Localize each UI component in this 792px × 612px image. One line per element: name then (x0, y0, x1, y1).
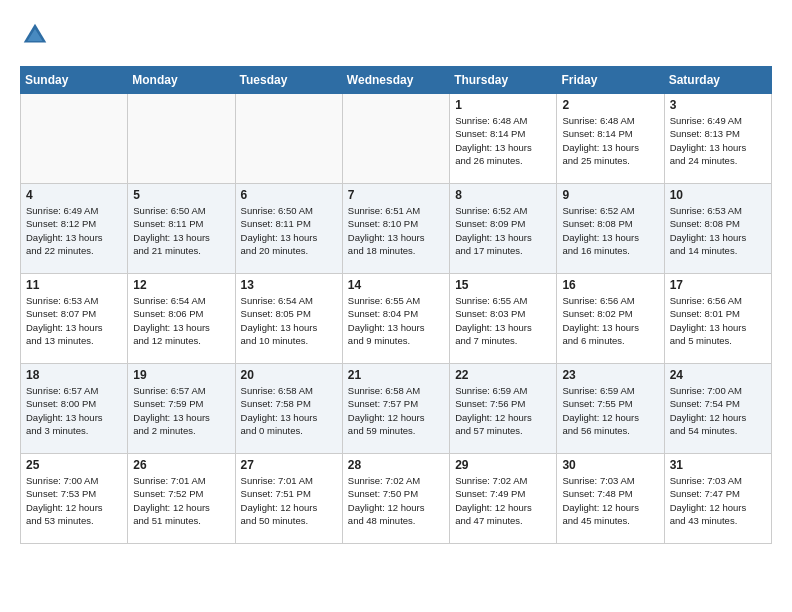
day-number: 24 (670, 368, 766, 382)
col-header-sunday: Sunday (21, 67, 128, 94)
day-number: 14 (348, 278, 444, 292)
calendar-cell: 31Sunrise: 7:03 AM Sunset: 7:47 PM Dayli… (664, 454, 771, 544)
calendar-cell: 24Sunrise: 7:00 AM Sunset: 7:54 PM Dayli… (664, 364, 771, 454)
calendar-cell: 25Sunrise: 7:00 AM Sunset: 7:53 PM Dayli… (21, 454, 128, 544)
day-info: Sunrise: 7:00 AM Sunset: 7:54 PM Dayligh… (670, 384, 766, 437)
logo-icon (20, 20, 50, 50)
day-info: Sunrise: 7:02 AM Sunset: 7:49 PM Dayligh… (455, 474, 551, 527)
day-info: Sunrise: 7:02 AM Sunset: 7:50 PM Dayligh… (348, 474, 444, 527)
calendar-cell: 27Sunrise: 7:01 AM Sunset: 7:51 PM Dayli… (235, 454, 342, 544)
day-info: Sunrise: 6:49 AM Sunset: 8:13 PM Dayligh… (670, 114, 766, 167)
day-info: Sunrise: 6:55 AM Sunset: 8:03 PM Dayligh… (455, 294, 551, 347)
day-number: 12 (133, 278, 229, 292)
day-info: Sunrise: 7:01 AM Sunset: 7:52 PM Dayligh… (133, 474, 229, 527)
day-number: 8 (455, 188, 551, 202)
calendar-cell: 5Sunrise: 6:50 AM Sunset: 8:11 PM Daylig… (128, 184, 235, 274)
calendar-cell (342, 94, 449, 184)
calendar-cell: 11Sunrise: 6:53 AM Sunset: 8:07 PM Dayli… (21, 274, 128, 364)
day-info: Sunrise: 6:56 AM Sunset: 8:02 PM Dayligh… (562, 294, 658, 347)
day-info: Sunrise: 6:57 AM Sunset: 7:59 PM Dayligh… (133, 384, 229, 437)
day-number: 27 (241, 458, 337, 472)
calendar-cell: 29Sunrise: 7:02 AM Sunset: 7:49 PM Dayli… (450, 454, 557, 544)
calendar-cell: 7Sunrise: 6:51 AM Sunset: 8:10 PM Daylig… (342, 184, 449, 274)
calendar-cell: 26Sunrise: 7:01 AM Sunset: 7:52 PM Dayli… (128, 454, 235, 544)
day-number: 2 (562, 98, 658, 112)
day-number: 28 (348, 458, 444, 472)
calendar-cell: 13Sunrise: 6:54 AM Sunset: 8:05 PM Dayli… (235, 274, 342, 364)
calendar-cell: 6Sunrise: 6:50 AM Sunset: 8:11 PM Daylig… (235, 184, 342, 274)
calendar-cell: 23Sunrise: 6:59 AM Sunset: 7:55 PM Dayli… (557, 364, 664, 454)
day-number: 5 (133, 188, 229, 202)
day-info: Sunrise: 6:59 AM Sunset: 7:55 PM Dayligh… (562, 384, 658, 437)
day-number: 23 (562, 368, 658, 382)
calendar-cell: 2Sunrise: 6:48 AM Sunset: 8:14 PM Daylig… (557, 94, 664, 184)
day-number: 6 (241, 188, 337, 202)
calendar-cell: 8Sunrise: 6:52 AM Sunset: 8:09 PM Daylig… (450, 184, 557, 274)
calendar-cell: 14Sunrise: 6:55 AM Sunset: 8:04 PM Dayli… (342, 274, 449, 364)
logo (20, 20, 54, 50)
calendar-cell: 21Sunrise: 6:58 AM Sunset: 7:57 PM Dayli… (342, 364, 449, 454)
col-header-tuesday: Tuesday (235, 67, 342, 94)
day-number: 29 (455, 458, 551, 472)
day-number: 18 (26, 368, 122, 382)
day-number: 31 (670, 458, 766, 472)
calendar-cell: 10Sunrise: 6:53 AM Sunset: 8:08 PM Dayli… (664, 184, 771, 274)
day-info: Sunrise: 6:52 AM Sunset: 8:08 PM Dayligh… (562, 204, 658, 257)
calendar-cell (128, 94, 235, 184)
day-info: Sunrise: 6:54 AM Sunset: 8:06 PM Dayligh… (133, 294, 229, 347)
day-number: 22 (455, 368, 551, 382)
day-info: Sunrise: 6:50 AM Sunset: 8:11 PM Dayligh… (133, 204, 229, 257)
col-header-thursday: Thursday (450, 67, 557, 94)
day-number: 21 (348, 368, 444, 382)
day-info: Sunrise: 6:53 AM Sunset: 8:07 PM Dayligh… (26, 294, 122, 347)
calendar-cell (21, 94, 128, 184)
col-header-saturday: Saturday (664, 67, 771, 94)
day-info: Sunrise: 6:49 AM Sunset: 8:12 PM Dayligh… (26, 204, 122, 257)
day-number: 19 (133, 368, 229, 382)
col-header-monday: Monday (128, 67, 235, 94)
calendar-cell: 17Sunrise: 6:56 AM Sunset: 8:01 PM Dayli… (664, 274, 771, 364)
calendar-row-2: 4Sunrise: 6:49 AM Sunset: 8:12 PM Daylig… (21, 184, 772, 274)
day-number: 13 (241, 278, 337, 292)
day-number: 11 (26, 278, 122, 292)
calendar-row-1: 1Sunrise: 6:48 AM Sunset: 8:14 PM Daylig… (21, 94, 772, 184)
day-number: 7 (348, 188, 444, 202)
day-info: Sunrise: 6:58 AM Sunset: 7:58 PM Dayligh… (241, 384, 337, 437)
day-number: 9 (562, 188, 658, 202)
day-number: 17 (670, 278, 766, 292)
calendar-row-5: 25Sunrise: 7:00 AM Sunset: 7:53 PM Dayli… (21, 454, 772, 544)
calendar-cell (235, 94, 342, 184)
calendar-cell: 4Sunrise: 6:49 AM Sunset: 8:12 PM Daylig… (21, 184, 128, 274)
day-info: Sunrise: 7:03 AM Sunset: 7:47 PM Dayligh… (670, 474, 766, 527)
day-info: Sunrise: 7:01 AM Sunset: 7:51 PM Dayligh… (241, 474, 337, 527)
day-info: Sunrise: 6:57 AM Sunset: 8:00 PM Dayligh… (26, 384, 122, 437)
calendar-header-row: SundayMondayTuesdayWednesdayThursdayFrid… (21, 67, 772, 94)
day-info: Sunrise: 7:00 AM Sunset: 7:53 PM Dayligh… (26, 474, 122, 527)
calendar-cell: 3Sunrise: 6:49 AM Sunset: 8:13 PM Daylig… (664, 94, 771, 184)
day-number: 25 (26, 458, 122, 472)
day-info: Sunrise: 6:51 AM Sunset: 8:10 PM Dayligh… (348, 204, 444, 257)
day-number: 26 (133, 458, 229, 472)
calendar-cell: 28Sunrise: 7:02 AM Sunset: 7:50 PM Dayli… (342, 454, 449, 544)
calendar-row-3: 11Sunrise: 6:53 AM Sunset: 8:07 PM Dayli… (21, 274, 772, 364)
day-info: Sunrise: 6:54 AM Sunset: 8:05 PM Dayligh… (241, 294, 337, 347)
day-number: 1 (455, 98, 551, 112)
day-info: Sunrise: 7:03 AM Sunset: 7:48 PM Dayligh… (562, 474, 658, 527)
calendar-cell: 1Sunrise: 6:48 AM Sunset: 8:14 PM Daylig… (450, 94, 557, 184)
calendar-cell: 18Sunrise: 6:57 AM Sunset: 8:00 PM Dayli… (21, 364, 128, 454)
day-info: Sunrise: 6:59 AM Sunset: 7:56 PM Dayligh… (455, 384, 551, 437)
day-number: 4 (26, 188, 122, 202)
day-info: Sunrise: 6:52 AM Sunset: 8:09 PM Dayligh… (455, 204, 551, 257)
day-info: Sunrise: 6:53 AM Sunset: 8:08 PM Dayligh… (670, 204, 766, 257)
calendar-table: SundayMondayTuesdayWednesdayThursdayFrid… (20, 66, 772, 544)
day-number: 16 (562, 278, 658, 292)
day-info: Sunrise: 6:48 AM Sunset: 8:14 PM Dayligh… (562, 114, 658, 167)
calendar-cell: 16Sunrise: 6:56 AM Sunset: 8:02 PM Dayli… (557, 274, 664, 364)
day-number: 30 (562, 458, 658, 472)
calendar-cell: 22Sunrise: 6:59 AM Sunset: 7:56 PM Dayli… (450, 364, 557, 454)
day-number: 20 (241, 368, 337, 382)
calendar-cell: 12Sunrise: 6:54 AM Sunset: 8:06 PM Dayli… (128, 274, 235, 364)
page-header (20, 20, 772, 50)
day-info: Sunrise: 6:56 AM Sunset: 8:01 PM Dayligh… (670, 294, 766, 347)
col-header-friday: Friday (557, 67, 664, 94)
